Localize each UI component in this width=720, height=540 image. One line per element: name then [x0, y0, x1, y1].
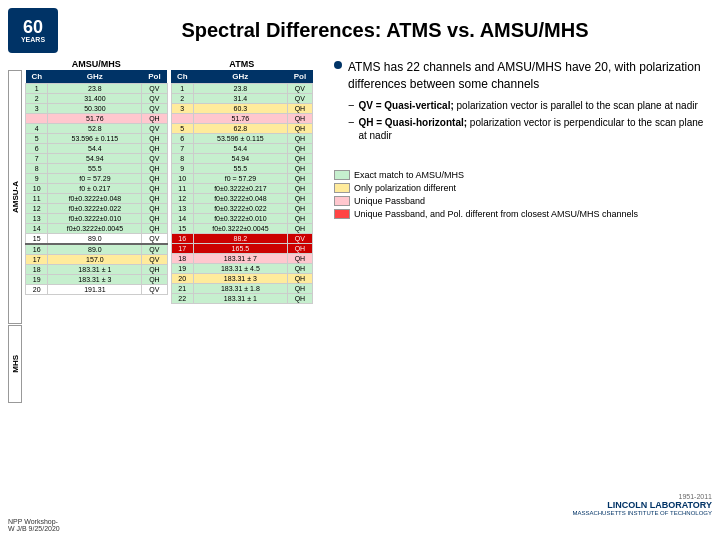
- atms-cell-ch-8: 9: [171, 164, 193, 174]
- amsu-cell-pol-17: QV: [142, 255, 167, 265]
- atms-cell-pol-15: QV: [287, 234, 312, 244]
- right-panel: ATMS has 22 channels and AMSU/MHS have 2…: [326, 59, 712, 516]
- atms-cell-ghz-18: 183.31 ± 4.5: [193, 264, 287, 274]
- qv-text: polarization vector is parallel to the s…: [457, 100, 698, 111]
- atms-cell-pol-7: QH: [287, 154, 312, 164]
- qh-label: QH = Quasi-horizontal;: [358, 117, 467, 128]
- amsu-cell-pol-14: QH: [142, 224, 167, 234]
- atms-cell-ch-0: 1: [171, 84, 193, 94]
- amsu-cell-pol-19: QH: [142, 275, 167, 285]
- atms-cell-ghz-16: 165.5: [193, 244, 287, 254]
- atms-cell-pol-6: QH: [287, 144, 312, 154]
- atms-cell-ch-7: 8: [171, 154, 193, 164]
- amsu-cell-ghz-10: f0 ± 0.217: [48, 184, 142, 194]
- amsu-cell-pol-20: QV: [142, 285, 167, 295]
- atms-cell-ghz-17: 183.31 ± 7: [193, 254, 287, 264]
- amsu-cell-pol-18: QH: [142, 265, 167, 275]
- atms-cell-ch-12: 13: [171, 204, 193, 214]
- dash-text-2: QH = Quasi-horizontal; polarization vect…: [358, 116, 712, 142]
- amsu-cell-ghz-9: f0 = 57.29: [48, 174, 142, 184]
- logo: 60 YEARS: [8, 8, 58, 53]
- bullet-section: ATMS has 22 channels and AMSU/MHS have 2…: [334, 59, 712, 148]
- atms-cell-ghz-12: f0±0.3222±0.022: [193, 204, 287, 214]
- atms-cell-ch-16: 17: [171, 244, 193, 254]
- main-content: AMSU/MHS ATMS AMSU-A MHS: [8, 59, 712, 516]
- amsu-cell-ch-2: 3: [26, 104, 48, 114]
- atms-cell-pol-18: QH: [287, 264, 312, 274]
- ll-logo-text: LINCOLN LABORATORY: [607, 500, 712, 510]
- amsu-cell-ch-0: 1: [26, 84, 48, 94]
- amsu-cell-ghz-12: f0±0.3222±0.022: [48, 204, 142, 214]
- atms-cell-ch-6: 7: [171, 144, 193, 154]
- dash-item-2: − QH = Quasi-horizontal; polarization ve…: [348, 116, 712, 142]
- footer-line2: W J/B 9/25/2020: [8, 525, 60, 532]
- dash-item-1: − QV = Quasi-vertical; polarization vect…: [348, 99, 712, 112]
- amsu-cell-ch-14: 14: [26, 224, 48, 234]
- amsu-cell-ch-19: 19: [26, 275, 48, 285]
- atms-cell-ghz-19: 183.31 ± 3: [193, 274, 287, 284]
- atms-cell-pol-4: QH: [287, 124, 312, 134]
- amsu-cell-pol-11: QH: [142, 194, 167, 204]
- amsu-cell-pol-0: QV: [142, 84, 167, 94]
- page: 60 YEARS Spectral Differences: ATMS vs. …: [0, 0, 720, 540]
- qv-label: QV = Quasi-vertical;: [358, 100, 453, 111]
- amsu-cell-ghz-0: 23.8: [48, 84, 142, 94]
- atms-cell-pol-9: QH: [287, 174, 312, 184]
- amsu-cell-ghz-7: 54.94: [48, 154, 142, 164]
- amsu-a-label: AMSU-A: [11, 181, 20, 213]
- dash-section: − QV = Quasi-vertical; polarization vect…: [348, 99, 712, 142]
- legend-label-3: Unique Passband, and Pol. different from…: [354, 209, 638, 219]
- ll-sub: MASSACHUSETTS INSTITUTE OF TECHNOLOGY: [572, 510, 712, 516]
- atms-cell-pol-10: QH: [287, 184, 312, 194]
- legend-item-2: Unique Passband: [334, 196, 712, 206]
- amsu-cell-ch-10: 10: [26, 184, 48, 194]
- atms-cell-pol-8: QH: [287, 164, 312, 174]
- atms-cell-ch-3: [171, 114, 193, 124]
- atms-cell-ch-5: 6: [171, 134, 193, 144]
- legend-color-0: [334, 170, 350, 180]
- amsu-cell-ch-9: 9: [26, 174, 48, 184]
- amsu-mhs-table: Ch GHz Pol 123.8QV231.400QV350.300QV51.7…: [25, 70, 168, 403]
- amsu-cell-ghz-15: 89.0: [48, 234, 142, 245]
- atms-cell-ghz-10: f0±0.3222±0.217: [193, 184, 287, 194]
- atms-cell-ch-4: 5: [171, 124, 193, 134]
- amsu-cell-ghz-16: 89.0: [48, 244, 142, 255]
- atms-cell-ghz-7: 54.94: [193, 154, 287, 164]
- atms-ch-header: Ch: [171, 70, 193, 84]
- atms-cell-ghz-4: 62.8: [193, 124, 287, 134]
- atms-cell-pol-12: QH: [287, 204, 312, 214]
- amsu-cell-ch-3: [26, 114, 48, 124]
- atms-cell-ch-18: 19: [171, 264, 193, 274]
- amsu-cell-ghz-14: f0±0.3222±0.0045: [48, 224, 142, 234]
- legend-item-3: Unique Passband, and Pol. different from…: [334, 209, 712, 219]
- legend-color-3: [334, 209, 350, 219]
- logo-years: 60: [23, 18, 43, 36]
- atms-cell-ghz-14: f0±0.3222±0.0045: [193, 224, 287, 234]
- amsu-pol-header: Pol: [142, 70, 167, 84]
- amsu-cell-ghz-20: 191.31: [48, 285, 142, 295]
- amsu-cell-ch-11: 11: [26, 194, 48, 204]
- atms-cell-ghz-5: 53.596 ± 0.115: [193, 134, 287, 144]
- amsu-cell-pol-5: QH: [142, 134, 167, 144]
- amsu-cell-pol-6: QH: [142, 144, 167, 154]
- atms-cell-ch-13: 14: [171, 214, 193, 224]
- atms-cell-pol-17: QH: [287, 254, 312, 264]
- atms-cell-pol-16: QH: [287, 244, 312, 254]
- atms-cell-ch-2: 3: [171, 104, 193, 114]
- amsu-cell-ch-18: 18: [26, 265, 48, 275]
- atms-cell-pol-19: QH: [287, 274, 312, 284]
- atms-cell-pol-2: QH: [287, 104, 312, 114]
- bullet-item-1: ATMS has 22 channels and AMSU/MHS have 2…: [334, 59, 712, 93]
- amsu-cell-pol-2: QV: [142, 104, 167, 114]
- amsu-cell-pol-13: QH: [142, 214, 167, 224]
- logo-sub: YEARS: [21, 36, 45, 43]
- atms-cell-ghz-20: 183.31 ± 1.8: [193, 284, 287, 294]
- atms-ghz-header: GHz: [193, 70, 287, 84]
- amsu-cell-ch-6: 6: [26, 144, 48, 154]
- amsu-cell-ch-20: 20: [26, 285, 48, 295]
- dash-text-1: QV = Quasi-vertical; polarization vector…: [358, 99, 697, 112]
- amsu-cell-ch-13: 13: [26, 214, 48, 224]
- amsu-cell-pol-16: QV: [142, 244, 167, 255]
- legend-item-1: Only polarization different: [334, 183, 712, 193]
- atms-cell-pol-1: QV: [287, 94, 312, 104]
